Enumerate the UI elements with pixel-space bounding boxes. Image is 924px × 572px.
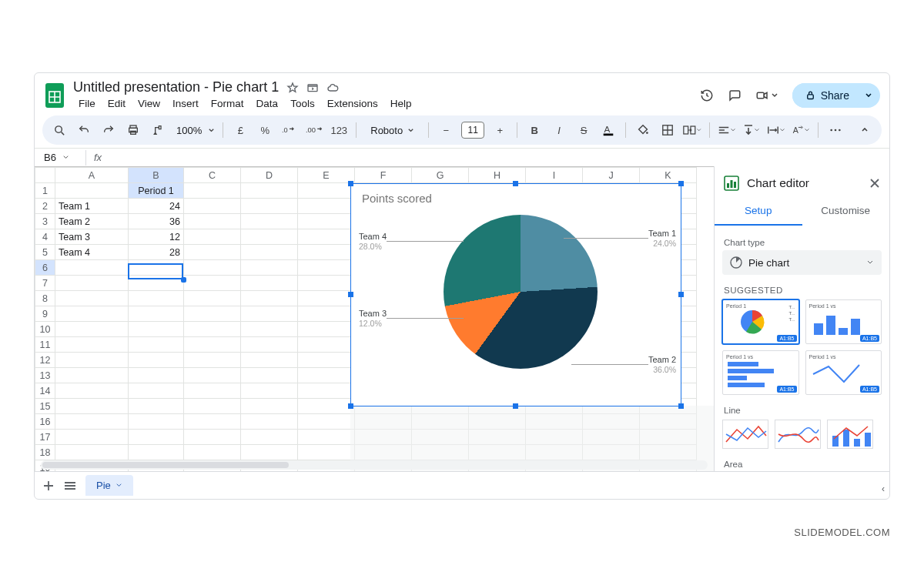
merge-icon[interactable] — [683, 121, 701, 139]
horizontal-scrollbar[interactable] — [41, 460, 708, 470]
menu-insert[interactable]: Insert — [167, 96, 204, 111]
valign-icon[interactable] — [742, 121, 761, 139]
col-header[interactable]: K — [640, 168, 697, 183]
move-icon[interactable] — [306, 82, 319, 94]
cell[interactable]: Team 1 — [55, 199, 129, 214]
search-menus-icon[interactable] — [50, 121, 69, 139]
col-header[interactable]: I — [526, 168, 583, 183]
row-header[interactable]: 15 — [35, 399, 55, 414]
cloud-status-icon[interactable] — [326, 82, 339, 94]
row-header[interactable]: 10 — [35, 322, 55, 337]
row-header[interactable]: 8 — [35, 291, 55, 306]
fill-color-icon[interactable] — [634, 121, 652, 139]
embedded-chart[interactable]: Points scored Team 124.0% Team 236.0% Te… — [350, 183, 681, 406]
wrap-icon[interactable] — [767, 121, 785, 139]
menu-extensions[interactable]: Extensions — [322, 96, 383, 111]
col-header[interactable]: F — [355, 168, 412, 183]
cell[interactable]: Period 1 — [129, 183, 184, 199]
tab-customise[interactable]: Customise — [802, 197, 890, 226]
cell[interactable]: Team 2 — [55, 214, 129, 229]
suggestion-bar[interactable]: Period 1 vs A1:B5 — [722, 350, 799, 395]
tab-setup[interactable]: Setup — [715, 197, 802, 226]
menu-tools[interactable]: Tools — [285, 96, 320, 111]
history-icon[interactable] — [700, 89, 714, 102]
print-icon[interactable] — [124, 121, 142, 139]
col-header[interactable]: D — [241, 168, 298, 183]
halign-icon[interactable] — [718, 121, 736, 139]
more-icon[interactable] — [826, 121, 845, 139]
percent-button[interactable]: % — [256, 121, 274, 139]
row-header[interactable]: 18 — [35, 445, 55, 460]
borders-icon[interactable] — [658, 121, 677, 139]
italic-icon[interactable]: I — [550, 121, 568, 139]
cell[interactable]: 36 — [129, 214, 184, 229]
select-all[interactable] — [35, 168, 55, 183]
row-header[interactable]: 4 — [35, 229, 55, 245]
zoom-select[interactable]: 100% — [173, 125, 215, 136]
document-title[interactable]: Untitled presentation - Pie chart 1 — [73, 79, 279, 95]
decrease-decimal-icon[interactable]: .0 — [280, 121, 299, 139]
cell[interactable]: 28 — [129, 245, 184, 260]
text-color-icon[interactable]: A — [599, 121, 618, 139]
menu-view[interactable]: View — [132, 96, 166, 111]
share-button[interactable]: Share — [792, 83, 862, 108]
sidebar-collapse-icon[interactable]: ‹ — [882, 483, 885, 494]
row-header[interactable]: 1 — [35, 183, 55, 199]
spreadsheet-grid[interactable]: A B C D E F G H I J K 1Period 1 2Team 12… — [35, 166, 714, 471]
decrease-font-icon[interactable]: − — [437, 121, 455, 139]
font-select[interactable]: Roboto — [364, 123, 420, 138]
menu-format[interactable]: Format — [206, 96, 249, 111]
row-header[interactable]: 11 — [35, 337, 55, 353]
suggestion-pie[interactable]: Period 1 T...T...T... A1:B5 — [722, 299, 799, 344]
suggestion-line[interactable]: Period 1 vs A1:B5 — [805, 350, 882, 395]
strike-icon[interactable]: S — [574, 121, 593, 139]
cell[interactable]: 24 — [129, 199, 184, 214]
col-header[interactable]: C — [184, 168, 241, 183]
font-size-input[interactable]: 11 — [461, 122, 484, 139]
suggestion-column[interactable]: Period 1 vs A1:B5 — [805, 299, 882, 344]
row-header[interactable]: 2 — [35, 199, 55, 214]
row-header[interactable]: 6 — [35, 260, 55, 276]
col-header[interactable]: A — [55, 168, 129, 183]
cell[interactable]: Team 3 — [55, 229, 129, 245]
all-sheets-icon[interactable] — [64, 481, 76, 490]
currency-button[interactable]: £ — [231, 121, 249, 139]
col-header[interactable]: B — [129, 168, 184, 183]
increase-font-icon[interactable]: + — [490, 121, 509, 139]
undo-icon[interactable] — [75, 121, 93, 139]
row-header[interactable]: 17 — [35, 430, 55, 445]
row-header[interactable]: 5 — [35, 245, 55, 260]
paint-format-icon[interactable] — [149, 121, 167, 139]
chart-type-select[interactable]: Pie chart — [722, 250, 882, 275]
row-header[interactable]: 7 — [35, 276, 55, 291]
cell[interactable]: Team 4 — [55, 245, 129, 260]
col-header[interactable]: E — [298, 168, 355, 183]
menu-data[interactable]: Data — [251, 96, 284, 111]
cell-fill-handle[interactable] — [181, 277, 186, 283]
share-dropdown[interactable] — [862, 85, 880, 105]
menu-help[interactable]: Help — [385, 96, 417, 111]
row-header[interactable]: 3 — [35, 214, 55, 229]
col-header[interactable]: J — [583, 168, 640, 183]
meet-icon[interactable] — [755, 89, 769, 102]
toolbar-expand-icon[interactable] — [855, 121, 874, 139]
add-sheet-icon[interactable] — [42, 480, 55, 492]
star-icon[interactable] — [286, 82, 299, 94]
menu-file[interactable]: File — [73, 96, 101, 111]
chart-thumb-line1[interactable] — [722, 420, 768, 449]
col-header[interactable]: G — [412, 168, 469, 183]
row-header[interactable]: 13 — [35, 368, 55, 383]
close-icon[interactable] — [869, 178, 880, 189]
sheet-tab[interactable]: Pie — [85, 475, 133, 496]
rotate-icon[interactable]: A — [792, 121, 810, 139]
increase-decimal-icon[interactable]: .00 — [305, 121, 323, 139]
row-header[interactable]: 9 — [35, 306, 55, 322]
menu-edit[interactable]: Edit — [102, 96, 131, 111]
row-header[interactable]: 16 — [35, 414, 55, 430]
meet-dropdown-icon[interactable] — [771, 92, 778, 99]
comment-icon[interactable] — [728, 89, 742, 102]
row-header[interactable]: 12 — [35, 353, 55, 368]
chart-thumb-combo[interactable] — [827, 420, 873, 449]
bold-icon[interactable]: B — [525, 121, 544, 139]
row-header[interactable]: 14 — [35, 383, 55, 399]
